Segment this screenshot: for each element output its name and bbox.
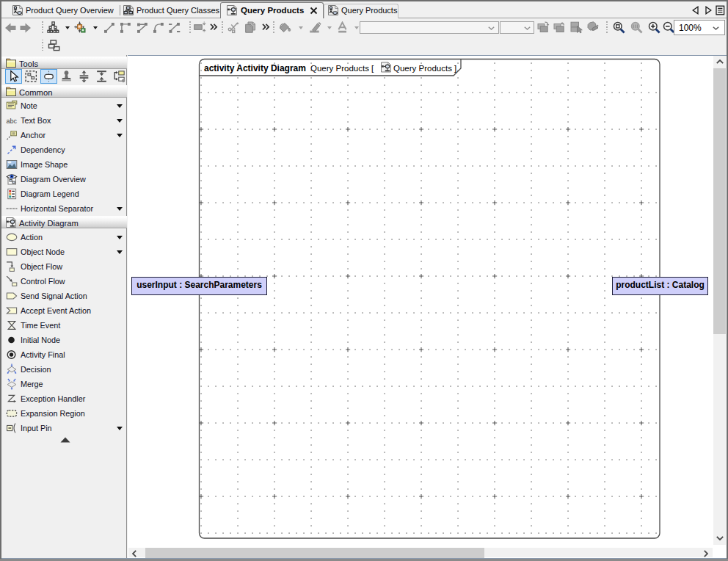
svg-text:Query Products [: Query Products [ xyxy=(310,64,374,73)
svg-text:Query Products ]: Query Products ] xyxy=(393,64,456,73)
svg-text:activity Activity Diagram: activity Activity Diagram xyxy=(204,63,306,73)
svg-text:abc: abc xyxy=(7,117,18,125)
